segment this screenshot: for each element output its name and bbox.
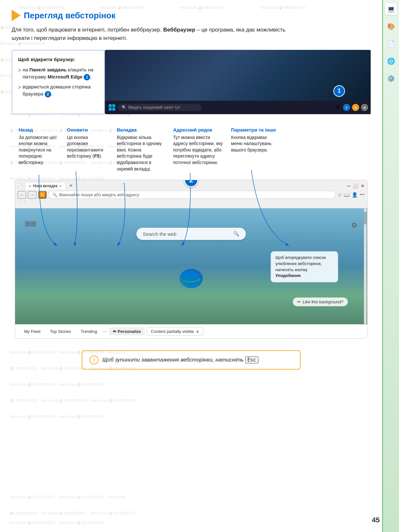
taskbar-edge-icon[interactable]: e bbox=[343, 104, 350, 111]
badge-1: 1 bbox=[333, 85, 345, 97]
new-tab-icon: 📄 bbox=[20, 200, 25, 205]
esc-key: Esc bbox=[245, 356, 258, 363]
bottom-tab-myfeed[interactable]: My Feed bbox=[20, 327, 44, 335]
bottom-note: i Щоб зупинити завантаження вебсторінки,… bbox=[82, 350, 301, 370]
annotation-back-title: Назад bbox=[19, 126, 59, 133]
sidebar-icon-computer[interactable]: 💻 bbox=[385, 3, 397, 15]
browser-content: ⊞⊞ ⚙ Search the web 🔍 bbox=[15, 208, 367, 324]
step2-badge: 2 bbox=[45, 91, 51, 97]
reading-icon[interactable]: 📖 bbox=[344, 192, 350, 198]
taskbar-gray-icon[interactable]: ● bbox=[361, 104, 368, 111]
browser-bottom-bar: My Feed Top Stories Trending ··· ✏ Perso… bbox=[15, 324, 367, 338]
screenshot1-container: Щоб відкрити браузер: > на Панелі завдан… bbox=[12, 50, 371, 114]
instruction-step2: > відкриється домашня сторінка браузера … bbox=[18, 83, 98, 98]
browser-tab-active[interactable]: e Нова вкладка ✕ bbox=[25, 182, 66, 189]
step2-text: відкриється домашня сторінка браузера 2. bbox=[23, 83, 98, 98]
scrollbar[interactable] bbox=[364, 208, 367, 324]
bottom-tab-content-visible[interactable]: Content partially visible ∨ bbox=[147, 327, 203, 336]
annotation-settings-title: Параметри та інше bbox=[231, 126, 280, 133]
section-header: Перегляд вебсторінок bbox=[12, 10, 371, 21]
intro-text: Для того, щоб працювати в інтернеті, пот… bbox=[12, 26, 301, 43]
windows-logo bbox=[109, 104, 115, 111]
scrollbar-thumb[interactable] bbox=[364, 212, 367, 225]
apps-grid-icon[interactable]: ⊞⊞ bbox=[25, 220, 36, 228]
bottom-tab-personalize[interactable]: ✏ Personalize bbox=[109, 327, 145, 335]
sidebar-icon-gear[interactable]: ⚙️ bbox=[385, 73, 397, 84]
lock-icon: 🔍 bbox=[52, 193, 57, 197]
sidebar-icon-document[interactable]: 📄 bbox=[385, 38, 397, 50]
screenshots-section: Назад За допомогою цієї кнопки можна пов… bbox=[12, 123, 371, 339]
sidebar-icon-palette[interactable]: 🎨 bbox=[385, 21, 397, 32]
taskbar-orange-icon[interactable]: ● bbox=[352, 104, 359, 111]
search-text: Search the web bbox=[143, 231, 176, 237]
annotation-tab: Вкладка Відкриває кілька вебсторінок в о… bbox=[113, 123, 169, 176]
instruction-box: Щоб відкрити браузер: > на Панелі завдан… bbox=[12, 50, 105, 114]
taskbar-view-icon[interactable]: ⊞ bbox=[334, 104, 341, 111]
address-input[interactable]: Виконайте пошук або введіть веб-адресу bbox=[59, 192, 331, 197]
sidebar-icon-globe[interactable]: 🌐 bbox=[385, 55, 397, 67]
step1-arrow: > bbox=[18, 67, 21, 81]
bottom-tabs-dots[interactable]: ··· bbox=[103, 329, 107, 335]
window-control-buttons: ─ ⬜ ✕ bbox=[347, 183, 365, 188]
browser-search-box[interactable]: Search the web 🔍 bbox=[136, 228, 246, 240]
step1-text: на Панелі завдань клацніть на піктограму… bbox=[23, 66, 98, 81]
bottom-tab-topstories[interactable]: Top Stories bbox=[46, 327, 75, 335]
like-icon: ✏ bbox=[297, 299, 301, 304]
section-title: Перегляд вебсторінок bbox=[24, 11, 116, 21]
taskbar-search-text: Введіть пошуковий запит тут bbox=[128, 105, 180, 110]
annotation-address-text: Тут можна ввести адресу вебсторінки, яку… bbox=[173, 135, 223, 165]
minimize-btn[interactable]: ─ bbox=[347, 183, 350, 188]
taskbar-search[interactable]: 🔍 Введіть пошуковий запит тут bbox=[118, 104, 201, 111]
callout-favorites-text: Щоб впорядкувати список улюблених вебсто… bbox=[275, 255, 326, 278]
tab-row-left: 📄 e Нова вкладка ✕ + bbox=[18, 182, 74, 189]
refresh-btn[interactable]: ↻ bbox=[38, 191, 46, 198]
menu-dots-btn[interactable]: ··· bbox=[360, 191, 365, 198]
personalize-icon: ✏ bbox=[113, 329, 116, 334]
browser-toolbar2: 📄 bbox=[18, 199, 365, 206]
browser-action-icons: ☆ 📖 👤 ··· bbox=[338, 191, 365, 198]
address-row: ← → ↻ 🔍 Виконайте пошук або введіть веб-… bbox=[18, 191, 365, 199]
restore-btn[interactable]: ⬜ bbox=[353, 183, 358, 188]
bottom-tab-trending[interactable]: Trending bbox=[77, 327, 101, 335]
user-icon[interactable]: 👤 bbox=[352, 192, 358, 198]
tab-close-btn[interactable]: ✕ bbox=[59, 184, 62, 188]
annotation-address-title: Адресний рядок bbox=[173, 126, 223, 133]
search-icon: 🔍 bbox=[122, 105, 126, 110]
annotation-tab-text: Відкриває кілька вебсторінок в одному ві… bbox=[117, 135, 162, 171]
taskbar-right-icons: ⊞ e ● ● bbox=[334, 104, 368, 111]
search-icon-browser: 🔍 bbox=[233, 231, 239, 237]
step2-arrow: > bbox=[18, 84, 21, 98]
step1-badge: 1 bbox=[84, 74, 90, 80]
annotation-back: Назад За допомогою цієї кнопки можна пов… bbox=[15, 123, 63, 176]
like-background-bar: ✏ Like this background? bbox=[293, 298, 348, 306]
instruction-step1: > на Панелі завдань клацніть на піктогра… bbox=[18, 66, 98, 81]
settings-gear-icon[interactable]: ⚙ bbox=[351, 221, 357, 230]
main-content: Перегляд вебсторінок Для того, щоб працю… bbox=[0, 0, 382, 532]
new-tab-btn[interactable]: + bbox=[68, 182, 74, 189]
like-text: Like this background? bbox=[303, 299, 343, 304]
right-sidebar: 💻 🎨 📄 🌐 ⚙️ bbox=[382, 0, 399, 532]
edge-tab-icon: e bbox=[29, 184, 31, 188]
tab-icon: 📄 bbox=[18, 183, 23, 188]
annotation-refresh: Оновити Ця кнопка допоможе перезавантажи… bbox=[63, 123, 113, 176]
address-bar[interactable]: 🔍 Виконайте пошук або введіть веб-адресу bbox=[48, 191, 336, 199]
annotation-tab-title: Вкладка bbox=[117, 126, 165, 133]
callout-favorites: Щоб впорядкувати список улюблених вебсто… bbox=[271, 251, 338, 282]
back-btn[interactable]: ← bbox=[18, 191, 26, 199]
edge-logo-container bbox=[178, 265, 204, 292]
edge-logo bbox=[178, 265, 204, 291]
personalize-label: Personalize bbox=[118, 329, 141, 334]
taskbar-bar: 🔍 Введіть пошуковий запит тут ⊞ e ● ● bbox=[105, 101, 371, 114]
annotation-settings-text: Кнопка відкриває меню налаштувань вашого… bbox=[231, 135, 272, 152]
bottom-note-text: Щоб зупинити завантаження вебсторінки, н… bbox=[102, 356, 260, 363]
taskbar-start-icon[interactable] bbox=[107, 103, 116, 112]
tab-label: Нова вкладка bbox=[33, 184, 57, 188]
section-arrow-icon bbox=[12, 10, 21, 21]
forward-btn[interactable]: → bbox=[28, 191, 36, 199]
favorites-icon[interactable]: ☆ bbox=[338, 192, 342, 198]
annotation-address: Адресний рядок Тут можна ввести адресу в… bbox=[169, 123, 227, 176]
close-btn[interactable]: ✕ bbox=[361, 183, 365, 188]
annotations-row: Назад За допомогою цієї кнопки можна пов… bbox=[12, 123, 371, 176]
annotation-refresh-title: Оновити bbox=[67, 126, 109, 133]
annotation-settings: Параметри та інше Кнопка відкриває меню … bbox=[227, 123, 283, 176]
